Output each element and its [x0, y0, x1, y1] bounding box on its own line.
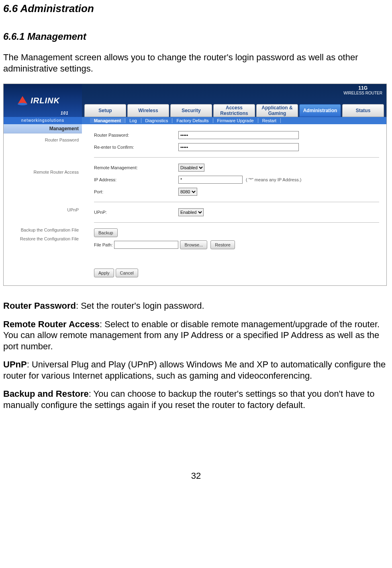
- left-label-upnp: UPnP: [4, 204, 82, 212]
- tab-application-gaming[interactable]: Application & Gaming: [256, 104, 298, 117]
- label-file-path: File Path:: [94, 242, 112, 247]
- brand-logo: IRLINK 101 networkingsolutions: [4, 84, 82, 124]
- backup-restore-paragraph: Backup and Restore: You can choose to ba…: [3, 388, 389, 410]
- ip-address-input[interactable]: [178, 176, 243, 184]
- file-path-input[interactable]: [114, 241, 178, 249]
- subtab-factory-defaults[interactable]: Factory Defaults: [172, 118, 213, 123]
- header-bar: IRLINK 101 networkingsolutions 11G WIREL…: [4, 84, 386, 124]
- page-number: 32: [3, 471, 389, 481]
- remote-access-paragraph: Remote Router Access: Select to enable o…: [3, 319, 389, 352]
- logo-icon: [17, 94, 29, 107]
- router-password-paragraph: Router Password: Set the router's login …: [3, 300, 389, 312]
- browse-button[interactable]: Browse...: [180, 240, 207, 249]
- svg-point-0: [18, 103, 27, 105]
- tab-administration[interactable]: Administration: [299, 104, 341, 117]
- subtab-restart[interactable]: Restart: [258, 118, 281, 123]
- brand-name: IRLINK 101: [4, 84, 82, 117]
- subsection-heading: 6.6.1 Management: [3, 31, 389, 42]
- upnp-term: UPnP: [3, 359, 27, 369]
- apply-button[interactable]: Apply: [94, 269, 114, 277]
- badge-subtitle: WIRELESS ROUTER: [343, 91, 382, 95]
- divider: [94, 157, 379, 158]
- label-confirm-password: Re-enter to Confirm:: [94, 145, 178, 150]
- model-badge: 11G WIRELESS ROUTER: [343, 86, 382, 95]
- subtab-firmware-upgrade[interactable]: Firmware Upgrade: [213, 118, 258, 123]
- tab-security[interactable]: Security: [170, 104, 212, 117]
- main-tabs: Setup Wireless Security Access Restricti…: [82, 104, 386, 117]
- ip-note: ( "*" means any IP Address.): [246, 177, 301, 182]
- left-label-router-password: Router Password: [4, 133, 82, 142]
- label-remote-management: Remote Management:: [94, 165, 178, 170]
- tab-access-restrictions[interactable]: Access Restrictions: [213, 104, 255, 117]
- upnp-select[interactable]: Enabled: [178, 208, 204, 216]
- port-select[interactable]: 8080: [178, 188, 197, 196]
- label-upnp: UPnP:: [94, 210, 178, 215]
- left-label-restore: Restore the Configuration File: [4, 232, 82, 241]
- badge-title: 11G: [343, 86, 382, 91]
- router-password-input[interactable]: [178, 131, 299, 139]
- left-label-backup: Backup the Configuration File: [4, 224, 82, 232]
- backup-button[interactable]: Backup: [94, 228, 118, 237]
- label-port: Port:: [94, 189, 178, 194]
- left-label-remote-access: Remote Router Access: [4, 164, 82, 174]
- router-password-term: Router Password: [3, 301, 76, 311]
- section-heading: 6.6 Administration: [3, 2, 389, 15]
- restore-button[interactable]: Restore: [210, 240, 235, 249]
- section-title: Management: [4, 124, 82, 133]
- brand-suffix: 101: [61, 111, 69, 115]
- brand-text: IRLINK: [31, 96, 60, 105]
- intro-paragraph: The Management screen allows you to chan…: [3, 52, 389, 74]
- upnp-paragraph: UPnP: Universal Plug and Play (UPnP) all…: [3, 359, 389, 381]
- left-column: Management Router Password Remote Router…: [4, 124, 82, 285]
- tab-setup[interactable]: Setup: [84, 104, 126, 117]
- tab-status[interactable]: Status: [342, 104, 384, 117]
- label-router-password: Router Password:: [94, 133, 178, 137]
- subtab-diagnostics[interactable]: Diagnostics: [141, 118, 173, 123]
- remote-management-select[interactable]: Disabled: [178, 164, 204, 172]
- tab-wireless[interactable]: Wireless: [127, 104, 169, 117]
- divider: [94, 202, 379, 202]
- sub-tabs: Management Log Diagnostics Factory Defau…: [82, 117, 386, 124]
- backup-restore-term: Backup and Restore: [3, 389, 89, 399]
- confirm-password-input[interactable]: [178, 143, 299, 151]
- form-area: Router Password: Re-enter to Confirm: Re…: [82, 124, 386, 285]
- remote-access-term: Remote Router Access: [3, 319, 100, 329]
- divider: [94, 222, 379, 223]
- cancel-button[interactable]: Cancel: [116, 269, 138, 277]
- label-ip-address: IP Address:: [94, 177, 178, 182]
- brand-tagline: networkingsolutions: [4, 117, 82, 124]
- subtab-management[interactable]: Management: [90, 118, 125, 123]
- subtab-log[interactable]: Log: [125, 118, 141, 123]
- router-admin-screenshot: IRLINK 101 networkingsolutions 11G WIREL…: [3, 84, 387, 286]
